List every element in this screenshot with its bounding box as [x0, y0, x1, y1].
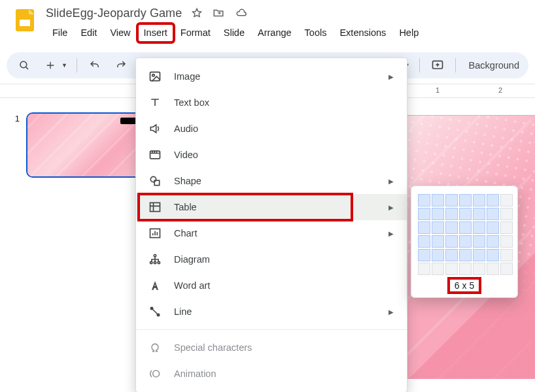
svg-point-17 [153, 370, 160, 377]
table-picker-cell[interactable] [500, 221, 513, 234]
svg-point-11 [154, 255, 156, 257]
svg-point-12 [150, 261, 152, 263]
new-slide-button[interactable] [39, 54, 61, 76]
table-picker-cell[interactable] [432, 221, 444, 234]
table-picker-cell[interactable] [418, 208, 430, 220]
table-picker-cell[interactable] [459, 221, 472, 234]
table-picker-cell[interactable] [445, 263, 458, 275]
app-logo [12, 7, 38, 33]
document-title[interactable]: SlideEgg-Jeopardy Game [46, 7, 182, 20]
table-picker-cell[interactable] [500, 208, 513, 220]
insert-menu-audio[interactable]: Audio [136, 116, 407, 142]
menu-extensions[interactable]: Extensions [333, 24, 392, 42]
insert-menu-image[interactable]: Image ▶ [136, 63, 407, 90]
table-picker-cell[interactable] [473, 221, 485, 234]
menu-tools[interactable]: Tools [298, 24, 334, 42]
menu-help[interactable]: Help [392, 24, 425, 42]
table-picker-cell[interactable] [445, 194, 458, 206]
table-picker-cell[interactable] [445, 208, 458, 220]
insert-menu-chart[interactable]: Chart ▶ [136, 220, 407, 246]
menu-item-label: Audio [174, 123, 198, 134]
slide-thumbnail-1[interactable] [26, 112, 143, 178]
insert-menu-table[interactable]: Table ▶ [136, 194, 407, 220]
table-picker-cell[interactable] [432, 263, 444, 275]
new-slide-caret-icon[interactable]: ▼ [61, 62, 67, 69]
add-comment-button[interactable] [426, 54, 449, 76]
table-picker-cell[interactable] [432, 249, 444, 261]
table-picker-cell[interactable] [445, 249, 458, 261]
table-picker-cell[interactable] [459, 235, 472, 248]
table-picker-cell[interactable] [432, 235, 444, 248]
table-picker-cell[interactable] [487, 249, 499, 261]
star-icon[interactable] [191, 7, 203, 19]
table-picker-cell[interactable] [432, 194, 444, 206]
svg-point-14 [158, 261, 160, 263]
table-picker-cell[interactable] [459, 249, 472, 261]
table-size-label: 6 x 5 [450, 280, 479, 291]
table-picker-cell[interactable] [500, 263, 513, 275]
menu-file[interactable]: File [46, 24, 74, 42]
svg-point-5 [152, 74, 154, 76]
insert-menu-textbox[interactable]: Text box [136, 90, 407, 116]
toolbar-divider [455, 58, 456, 73]
table-picker-cell[interactable] [473, 208, 485, 220]
table-picker-cell[interactable] [473, 263, 485, 275]
svg-rect-1 [20, 20, 30, 26]
cloud-status-icon[interactable] [234, 7, 249, 19]
table-picker-cell[interactable] [445, 235, 458, 248]
submenu-arrow-icon: ▶ [388, 204, 394, 211]
menu-format[interactable]: Format [174, 24, 217, 42]
table-picker-cell[interactable] [487, 194, 499, 206]
toolbar-divider [77, 58, 77, 73]
table-picker-cell[interactable] [418, 194, 430, 206]
table-picker-cell[interactable] [459, 194, 472, 206]
redo-button[interactable] [110, 54, 132, 76]
table-picker-cell[interactable] [487, 235, 499, 248]
svg-point-2 [20, 61, 27, 68]
table-picker-cell[interactable] [459, 263, 472, 275]
table-picker-cell[interactable] [459, 208, 472, 220]
table-picker-cell[interactable] [473, 194, 485, 206]
table-picker-cell[interactable] [473, 235, 485, 248]
insert-menu-line[interactable]: Line ▶ [136, 299, 407, 325]
menu-item-label: Line [174, 306, 192, 317]
table-picker-cell[interactable] [432, 208, 444, 220]
audio-icon [148, 122, 162, 135]
table-picker-cell[interactable] [473, 249, 485, 261]
insert-menu-special-chars[interactable]: Special characters [136, 335, 407, 361]
table-picker-cell[interactable] [418, 263, 430, 275]
svg-rect-9 [150, 203, 160, 211]
menu-bar: File Edit View Insert Format Slide Arran… [46, 24, 527, 42]
table-picker-cell[interactable] [487, 263, 499, 275]
move-to-folder-icon[interactable] [212, 7, 225, 19]
chart-icon [148, 227, 162, 240]
table-picker-cell[interactable] [418, 235, 430, 248]
insert-menu-shape[interactable]: Shape ▶ [136, 168, 407, 194]
insert-menu-diagram[interactable]: Diagram [136, 246, 407, 272]
menu-slide[interactable]: Slide [217, 24, 251, 42]
insert-menu-animation[interactable]: Animation [136, 361, 407, 387]
svg-point-13 [154, 261, 156, 263]
animation-icon [148, 367, 162, 380]
word-art-icon [148, 279, 162, 292]
table-picker-cell[interactable] [500, 194, 513, 206]
insert-menu-wordart[interactable]: Word art [136, 272, 407, 299]
line-icon [148, 305, 162, 318]
menu-edit[interactable]: Edit [74, 24, 103, 42]
menu-arrange[interactable]: Arrange [251, 24, 298, 42]
annotation-highlight [139, 194, 352, 220]
table-picker-cell[interactable] [445, 221, 458, 234]
background-button[interactable]: Background [462, 60, 522, 71]
table-picker-cell[interactable] [500, 235, 513, 248]
insert-menu-video[interactable]: Video [136, 142, 407, 168]
menu-insert[interactable]: Insert [137, 24, 174, 42]
table-picker-cell[interactable] [418, 249, 430, 261]
undo-button[interactable] [84, 54, 106, 76]
table-picker-cell[interactable] [500, 249, 513, 261]
svg-point-15 [150, 307, 152, 309]
menu-view[interactable]: View [103, 24, 137, 42]
table-picker-cell[interactable] [418, 221, 430, 234]
search-menus-button[interactable] [13, 54, 35, 76]
table-picker-cell[interactable] [487, 208, 499, 220]
table-picker-cell[interactable] [487, 221, 499, 234]
